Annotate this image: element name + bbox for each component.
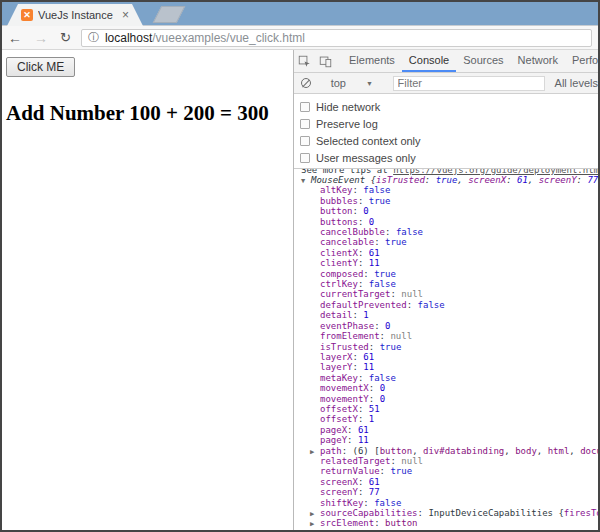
checkbox-unchecked[interactable] <box>300 119 310 129</box>
console-text: isTrusted <box>320 342 369 352</box>
checkbox-unchecked[interactable] <box>300 153 310 163</box>
console-line: fromElement: null <box>299 331 598 341</box>
console-text: null <box>390 331 412 341</box>
console-text: button <box>385 518 418 528</box>
console-text: defaultPrevented <box>320 300 407 310</box>
console-text: 0 <box>385 321 390 331</box>
devtools-panel: ElementsConsoleSourcesNetworkPerformance… <box>293 50 598 530</box>
console-text: : <box>358 279 369 289</box>
console-text: : <box>358 258 369 268</box>
console-text: 11 <box>358 435 369 445</box>
console-text: : <box>358 373 369 383</box>
console-text: null <box>401 289 423 299</box>
console-text: returnValue <box>320 466 380 476</box>
console-line: currentTarget: null <box>299 289 598 299</box>
log-levels-selector[interactable]: All levels <box>555 77 598 89</box>
console-text: null <box>401 456 423 466</box>
console-line: layerX: 61 <box>299 352 598 362</box>
console-setting-label: User messages only <box>316 152 416 164</box>
console-line: screenY: 77 <box>299 487 598 497</box>
console-line: button: 0 <box>299 206 598 216</box>
device-toolbar-icon[interactable] <box>315 50 336 72</box>
console-text: 61 <box>363 352 374 362</box>
console-text: : <box>358 404 369 414</box>
console-text: true <box>390 466 412 476</box>
devtools-tab-network[interactable]: Network <box>511 50 565 72</box>
console-text: false <box>418 300 445 310</box>
inspect-element-icon[interactable] <box>294 50 315 72</box>
console-text: InputDeviceCapabilities <box>428 508 558 518</box>
console-text: relatedTarget <box>320 456 390 466</box>
chevron-down-icon: ▼ <box>366 80 373 87</box>
console-setting-label: Preserve log <box>316 118 378 130</box>
forward-button: → <box>28 27 54 49</box>
devtools-tab-elements[interactable]: Elements <box>342 50 402 72</box>
console-text: path <box>320 446 342 456</box>
console-text: : <box>353 362 364 372</box>
tab-title: VueJs Instance <box>38 9 118 21</box>
checkbox-unchecked[interactable] <box>300 136 310 146</box>
console-text: 11 <box>363 362 374 372</box>
console-text: 0 <box>380 394 385 404</box>
console-setting-row: Hide network <box>294 98 598 115</box>
console-filter-input[interactable] <box>393 76 545 91</box>
console-text: : <box>347 425 358 435</box>
page-info-icon[interactable]: ⓘ <box>88 30 99 45</box>
execution-context-selector[interactable]: top ▼ <box>325 77 379 89</box>
console-text: screenX <box>468 175 506 185</box>
devtools-tab-sources[interactable]: Sources <box>456 50 510 72</box>
console-text: movementY <box>320 394 369 404</box>
console-text: screenY <box>320 487 358 497</box>
console-text: 61 <box>517 175 528 185</box>
browser-tab[interactable]: ✕ VueJs Instance × <box>7 4 143 26</box>
console-line: clientX: 61 <box>299 248 598 258</box>
console-line: ▶sourceCapabilities: InputDeviceCapabili… <box>299 508 598 518</box>
devtools-tab-console[interactable]: Console <box>402 50 456 72</box>
console-text: button <box>363 529 396 530</box>
console-line: metaKey: false <box>299 373 598 383</box>
devtools-tab-performance[interactable]: Performance <box>565 50 598 72</box>
console-text: 0 <box>363 206 368 216</box>
console-text: currentTarget <box>320 289 390 299</box>
console-text: 61 <box>358 425 369 435</box>
content-area: Click ME Add Number 100 + 200 = 300 Elem… <box>2 50 598 530</box>
console-text: : <box>353 529 364 530</box>
console-line: offsetY: 1 <box>299 414 598 424</box>
checkbox-unchecked[interactable] <box>300 102 310 112</box>
console-text: : <box>358 487 369 497</box>
console-text: altKey <box>320 185 353 195</box>
console-text: offsetX <box>320 404 358 414</box>
console-text: bubbles <box>320 196 358 206</box>
console-line: altKey: false <box>299 185 598 195</box>
console-text: : <box>390 289 401 299</box>
clear-console-icon[interactable] <box>301 78 311 88</box>
console-line: returnValue: true <box>299 466 598 476</box>
console-text: true <box>374 269 396 279</box>
console-text: srcElement <box>320 518 374 528</box>
reload-button[interactable]: ↻ <box>54 27 77 49</box>
console-text: button <box>320 206 353 216</box>
console-line: pageY: 11 <box>299 435 598 445</box>
console-text: : <box>380 331 391 341</box>
tab-close-icon[interactable]: × <box>122 8 129 22</box>
console-text: : <box>390 456 401 466</box>
click-me-button[interactable]: Click ME <box>6 57 75 77</box>
console-text: false <box>369 373 396 383</box>
console-line: cancelable: true <box>299 237 598 247</box>
console-text: : <box>353 352 364 362</box>
console-line: isTrusted: true <box>299 342 598 352</box>
console-text: offsetY <box>320 414 358 424</box>
console-text: : <box>342 446 353 456</box>
console-line: bubbles: true <box>299 196 598 206</box>
address-bar[interactable]: ⓘ localhost/vueexamples/vue_click.html <box>81 29 592 47</box>
console-text: true <box>385 237 407 247</box>
new-tab-button[interactable] <box>153 6 186 23</box>
console-text: : <box>577 175 588 185</box>
back-button[interactable]: ← <box>2 27 28 49</box>
console-text: eventPhase <box>320 321 374 331</box>
console-line: relatedTarget: null <box>299 456 598 466</box>
console-text: : <box>353 206 364 216</box>
console-setting-row: Preserve log <box>294 115 598 132</box>
console-text: cancelable <box>320 237 374 247</box>
console-text: screenX <box>320 477 358 487</box>
